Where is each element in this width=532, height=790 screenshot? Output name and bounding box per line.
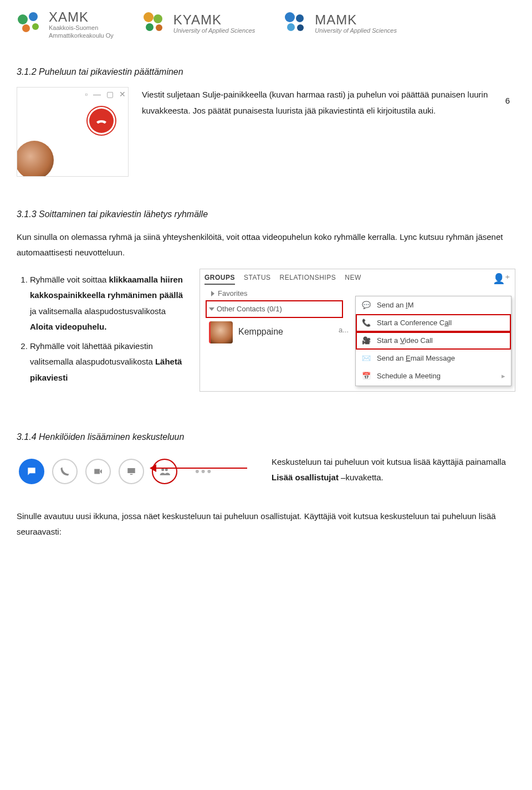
tab-relationships[interactable]: RELATIONSHIPS [280,273,336,285]
kyamk-mark-icon [141,10,168,37]
menu-schedule-meeting[interactable]: 📅 Schedule a Meeting ▸ [356,367,511,385]
more-icon[interactable]: ••• [195,462,213,481]
figure-call-toolbar: ••• [17,454,255,489]
video-icon: 🎥 [361,335,371,346]
contact-avatar-icon [209,321,233,343]
call-toolbar: ••• [17,454,255,489]
figure-hangup-window: ▫ — ▢ ✕ [17,87,129,177]
para-final: Sinulle avautuu uusi ikkuna, jossa näet … [17,509,515,540]
logo-kyamk: KYAMK University of Applied Sciences [141,10,255,37]
heading-314: 3.1.4 Henkilöiden lisääminen keskusteluu… [17,430,515,444]
row-313: Ryhmälle voit soittaa klikkaamalla hiire… [17,269,515,392]
list-313: Ryhmälle voit soittaa klikkaamalla hiire… [17,269,188,389]
logo-xamk: XAMK Kaakkois-Suomen Ammattikorkeakoulu … [17,10,114,39]
logo-subtitle: University of Applied Sciences [173,28,255,34]
row-312: ▫ — ▢ ✕ Viestit suljetaan Sulje-painikke… [17,87,515,177]
context-menu: 💬 Send an IM 📞 Start a Conference Call 🎥… [355,296,511,386]
intro-313: Kun sinulla on olemassa ryhmä ja siinä y… [17,229,515,261]
contact-name: Kemppaine [238,325,283,339]
contact-tail: a... [339,325,349,336]
add-contact-icon[interactable]: 👤⁺ [493,271,510,287]
submenu-arrow-icon: ▸ [502,371,505,382]
menu-email[interactable]: ✉️ Send an Email Message [356,350,511,367]
page: XAMK Kaakkois-Suomen Ammattikorkeakoulu … [0,0,532,790]
mamk-mark-icon [283,10,309,37]
header-logos: XAMK Kaakkois-Suomen Ammattikorkeakoulu … [17,10,515,39]
close-icon[interactable]: ✕ [119,89,126,101]
mail-icon: ✉️ [361,353,371,364]
window-controls: ▫ — ▢ ✕ [85,89,126,101]
present-button[interactable] [119,459,144,484]
avatar-icon [17,141,54,177]
figure-groups-pane: GROUPS STATUS RELATIONSHIPS NEW 👤⁺ Favor… [200,269,515,392]
tab-groups[interactable]: GROUPS [204,273,235,285]
chat-icon: 💬 [361,300,371,311]
page-number: 6 [505,94,510,107]
logo-title: KYAMK [173,13,255,27]
menu-video-call[interactable]: 🎥 Start a Video Call [356,332,511,350]
logo-subtitle2: Ammattikorkeakoulu Oy [49,33,114,39]
logo-title: XAMK [49,10,114,24]
video-button[interactable] [85,459,111,484]
favorites-group[interactable]: Favorites [211,288,247,299]
list-item-1: Ryhmälle voit soittaa klikkaamalla hiire… [30,272,188,335]
row-314: ••• Keskusteluun tai puheluun voit kutsu… [17,454,515,489]
menu-conference-call[interactable]: 📞 Start a Conference Call [356,314,511,332]
para-312: Viestit suljetaan Sulje-painikkeella (ku… [142,87,515,119]
phone-icon: 📞 [361,317,371,329]
groups-tabs: GROUPS STATUS RELATIONSHIPS NEW [204,273,361,285]
popout-icon[interactable]: ▫ [85,89,88,101]
heading-312: 3.1.2 Puheluun tai pikaviestin päättämin… [17,65,515,79]
calendar-icon: 📅 [361,371,371,382]
logo-subtitle: University of Applied Sciences [315,28,397,34]
minimize-icon[interactable]: — [93,89,101,101]
annotation-arrow-icon [153,468,247,469]
xamk-mark-icon [17,11,43,38]
para-314: Keskusteluun tai puheluun voit kutsua li… [272,454,515,486]
contact-row[interactable]: Kemppaine [209,321,283,343]
call-button[interactable] [52,459,78,484]
logo-title: MAMK [315,13,397,27]
heading-313: 3.1.3 Soittaminen tai pikaviestin lähety… [17,208,515,222]
maximize-icon[interactable]: ▢ [106,89,114,101]
im-button[interactable] [19,459,44,484]
logo-subtitle: Kaakkois-Suomen [49,25,114,32]
list-item-2: Ryhmälle voit lähettää pikaviestin valit… [30,338,188,386]
tab-status[interactable]: STATUS [244,273,271,285]
annotation-arrowhead-icon [150,464,156,472]
other-contacts-group[interactable]: Other Contacts (0/1) [206,300,343,318]
tab-new[interactable]: NEW [345,273,361,285]
menu-send-im[interactable]: 💬 Send an IM [356,296,511,314]
hangup-button[interactable] [89,109,114,133]
logo-mamk: MAMK University of Applied Sciences [283,10,397,37]
